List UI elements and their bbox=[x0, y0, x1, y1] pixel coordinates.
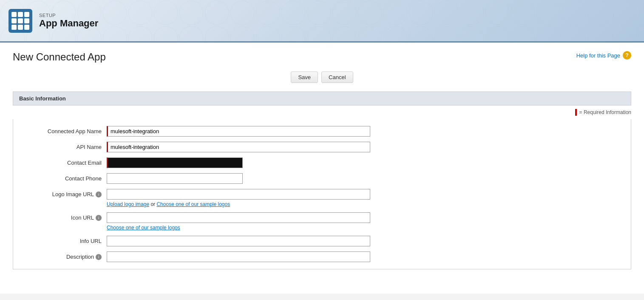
logo-image-url-info-icon[interactable]: i bbox=[96, 191, 102, 197]
grid-dot bbox=[24, 12, 29, 17]
grid-dot bbox=[18, 12, 23, 17]
contact-email-row: Contact Email bbox=[13, 155, 631, 171]
grid-dot bbox=[24, 25, 29, 30]
icon-url-info-icon[interactable]: i bbox=[96, 215, 102, 221]
info-url-label: Info URL bbox=[22, 236, 107, 244]
connected-app-name-wrapper bbox=[107, 126, 622, 137]
icon-url-input[interactable] bbox=[107, 212, 370, 223]
logo-image-url-wrapper: Upload logo image or Choose one of our s… bbox=[107, 189, 622, 207]
page-content[interactable]: New Connected App Help for this Page ? S… bbox=[0, 43, 644, 294]
description-input[interactable] bbox=[107, 251, 370, 262]
page-title-row: New Connected App Help for this Page ? bbox=[13, 51, 631, 63]
app-title: App Manager bbox=[39, 18, 98, 29]
required-info-text: = Required Information bbox=[579, 109, 631, 115]
logo-image-url-label: Logo Image URL i bbox=[22, 189, 107, 197]
contact-phone-input[interactable] bbox=[107, 173, 243, 184]
save-button[interactable]: Save bbox=[291, 71, 318, 83]
description-info-icon[interactable]: i bbox=[96, 254, 102, 260]
page-outer: New Connected App Help for this Page ? S… bbox=[0, 43, 644, 294]
buttons-row: Save Cancel bbox=[13, 71, 631, 83]
api-name-label: API Name bbox=[22, 142, 107, 150]
app-header: SETUP App Manager bbox=[0, 0, 644, 43]
required-info-row: = Required Information bbox=[13, 106, 631, 119]
contact-phone-label: Contact Phone bbox=[22, 173, 107, 182]
api-name-wrapper bbox=[107, 142, 622, 152]
grid-dot bbox=[11, 25, 17, 30]
upload-logo-link[interactable]: Upload logo image bbox=[107, 201, 149, 207]
help-link-label: Help for this Page bbox=[576, 52, 620, 59]
description-wrapper bbox=[107, 251, 622, 262]
connected-app-name-row: Connected App Name bbox=[13, 123, 631, 139]
app-title-block: SETUP App Manager bbox=[39, 13, 98, 29]
app-icon bbox=[9, 9, 32, 33]
info-url-input[interactable] bbox=[107, 236, 370, 246]
api-name-input[interactable] bbox=[107, 142, 370, 152]
grid-dot bbox=[24, 18, 29, 23]
page-title: New Connected App bbox=[13, 51, 106, 63]
required-bar-icon bbox=[575, 109, 577, 116]
contact-phone-wrapper bbox=[107, 173, 622, 184]
grid-dot bbox=[18, 18, 23, 23]
sample-logos-link-2[interactable]: Choose one of our sample logos bbox=[107, 225, 180, 231]
api-name-row: API Name bbox=[13, 139, 631, 155]
info-url-row: Info URL bbox=[13, 233, 631, 249]
icon-url-links: Choose one of our sample logos bbox=[107, 225, 622, 231]
grid-dot bbox=[11, 18, 17, 23]
contact-email-label: Contact Email bbox=[22, 157, 107, 166]
description-row: Description i bbox=[13, 249, 631, 265]
icon-url-label: Icon URL i bbox=[22, 212, 107, 221]
help-link[interactable]: Help for this Page ? bbox=[576, 51, 631, 60]
connected-app-name-label: Connected App Name bbox=[22, 126, 107, 134]
icon-url-wrapper: Choose one of our sample logos bbox=[107, 212, 622, 231]
logo-image-url-links: Upload logo image or Choose one of our s… bbox=[107, 201, 622, 207]
grid-dot bbox=[18, 25, 23, 30]
sample-logos-link-1[interactable]: Choose one of our sample logos bbox=[156, 201, 230, 207]
basic-info-form: Connected App Name API Name Contact Emai… bbox=[13, 119, 631, 269]
contact-email-wrapper bbox=[107, 157, 622, 168]
info-url-wrapper bbox=[107, 236, 622, 246]
help-icon: ? bbox=[623, 51, 631, 60]
logo-image-url-row: Logo Image URL i Upload logo image or Ch… bbox=[13, 186, 631, 210]
description-label: Description i bbox=[22, 251, 107, 260]
contact-phone-row: Contact Phone bbox=[13, 171, 631, 186]
cancel-button[interactable]: Cancel bbox=[321, 71, 353, 83]
app-icon-grid bbox=[11, 12, 29, 30]
logo-or-text: or bbox=[150, 201, 156, 207]
grid-dot bbox=[11, 12, 17, 17]
icon-url-row: Icon URL i Choose one of our sample logo… bbox=[13, 210, 631, 233]
basic-info-section-header: Basic Information bbox=[13, 91, 631, 106]
contact-email-input[interactable] bbox=[107, 157, 243, 168]
logo-image-url-input[interactable] bbox=[107, 189, 370, 200]
setup-label: SETUP bbox=[39, 13, 98, 18]
connected-app-name-input[interactable] bbox=[107, 126, 370, 137]
